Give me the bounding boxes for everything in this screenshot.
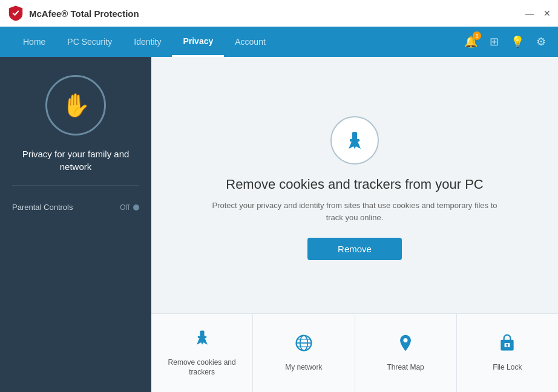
app-title: McAfee® Total Protection xyxy=(29,8,139,19)
mcafee-logo-icon xyxy=(7,5,24,22)
my-network-icon xyxy=(294,333,313,357)
svg-rect-3 xyxy=(198,336,206,339)
file-lock-icon xyxy=(497,333,517,357)
parental-controls-state: Off xyxy=(120,203,130,212)
hero-subtitle: Protect your privacy and identity from s… xyxy=(209,200,500,223)
bottom-cards: Remove cookies and trackers My network xyxy=(151,313,558,392)
nav-icons: 🔔 1 ⊞ 💡 ⚙ xyxy=(464,35,546,48)
threat-map-icon xyxy=(396,333,415,357)
remove-cookies-icon xyxy=(192,328,212,352)
notifications-button[interactable]: 🔔 1 xyxy=(464,35,478,48)
display-button[interactable]: ⊞ xyxy=(490,35,499,48)
card-file-lock-label: File Lock xyxy=(493,363,522,373)
toggle-dot-icon xyxy=(133,204,139,211)
close-button[interactable]: ✕ xyxy=(543,8,551,18)
card-remove-cookies-label: Remove cookies and trackers xyxy=(160,358,243,377)
remove-button[interactable]: Remove xyxy=(307,238,402,260)
parental-controls-item[interactable]: Parental Controls Off xyxy=(12,198,139,217)
sidebar-title: Privacy for your family and network xyxy=(12,148,139,173)
svg-rect-13 xyxy=(507,345,508,347)
parental-controls-label: Parental Controls xyxy=(12,203,73,212)
cookie-cleaner-icon xyxy=(344,129,366,151)
card-file-lock[interactable]: File Lock xyxy=(457,314,558,392)
nav-bar: Home PC Security Identity Privacy Accoun… xyxy=(0,27,558,57)
card-my-network[interactable]: My network xyxy=(253,314,355,392)
sidebar: ✋ Privacy for your family and network Pa… xyxy=(0,57,151,392)
card-threat-map-label: Threat Map xyxy=(387,363,424,373)
title-bar-left: McAfee® Total Protection xyxy=(7,5,139,22)
card-threat-map[interactable]: Threat Map xyxy=(355,314,457,392)
content-area: Remove cookies and trackers from your PC… xyxy=(151,57,558,392)
nav-item-home[interactable]: Home xyxy=(12,27,56,57)
main-layout: ✋ Privacy for your family and network Pa… xyxy=(0,57,558,392)
minimize-button[interactable]: — xyxy=(525,8,534,18)
hero-section: Remove cookies and trackers from your PC… xyxy=(151,57,558,313)
notification-badge: 1 xyxy=(473,31,481,40)
hero-icon-circle xyxy=(330,116,379,165)
sidebar-divider xyxy=(12,185,139,186)
svg-rect-0 xyxy=(352,132,357,140)
nav-item-identity[interactable]: Identity xyxy=(123,27,172,57)
nav-links: Home PC Security Identity Privacy Accoun… xyxy=(12,27,277,57)
sidebar-icon-circle: ✋ xyxy=(45,75,106,136)
svg-rect-1 xyxy=(350,139,359,142)
parental-controls-toggle[interactable]: Off xyxy=(120,203,139,212)
svg-point-9 xyxy=(404,338,408,342)
settings-button[interactable]: ⚙ xyxy=(536,35,546,48)
title-bar: McAfee® Total Protection — ✕ xyxy=(0,0,558,27)
privacy-hand-icon: ✋ xyxy=(62,92,90,119)
hero-title: Remove cookies and trackers from your PC xyxy=(226,177,484,192)
title-bar-controls: — ✕ xyxy=(525,8,551,18)
tips-button[interactable]: 💡 xyxy=(511,35,524,48)
card-remove-cookies[interactable]: Remove cookies and trackers xyxy=(151,314,253,392)
nav-item-privacy[interactable]: Privacy xyxy=(172,27,224,57)
nav-item-account[interactable]: Account xyxy=(224,27,277,57)
card-my-network-label: My network xyxy=(285,363,322,373)
nav-item-pc-security[interactable]: PC Security xyxy=(56,27,123,57)
